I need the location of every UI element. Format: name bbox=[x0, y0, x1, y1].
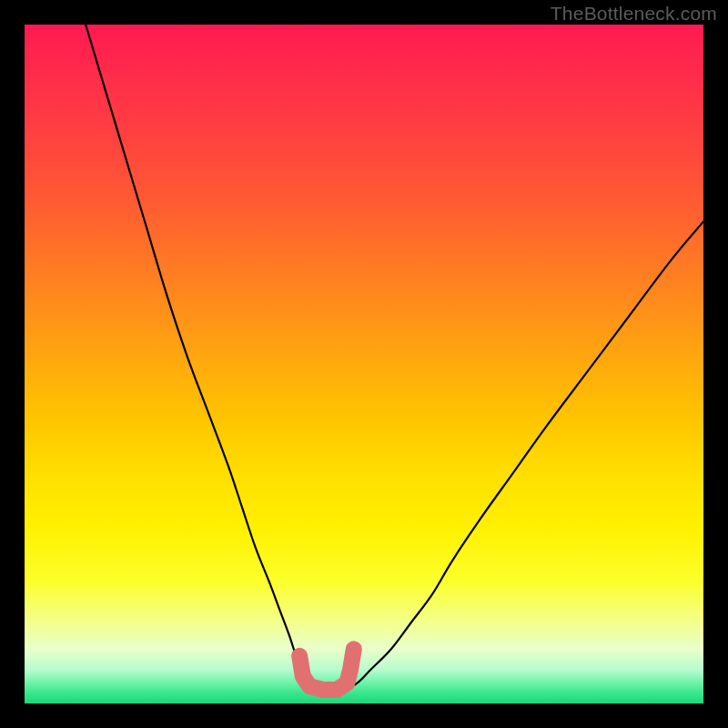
chart-svg bbox=[25, 25, 703, 703]
plot-area bbox=[25, 25, 703, 703]
bottleneck-curve bbox=[86, 25, 703, 691]
optimal-marker bbox=[299, 649, 354, 690]
chart-frame: TheBottleneck.com bbox=[0, 0, 728, 728]
watermark-text: TheBottleneck.com bbox=[551, 3, 717, 25]
